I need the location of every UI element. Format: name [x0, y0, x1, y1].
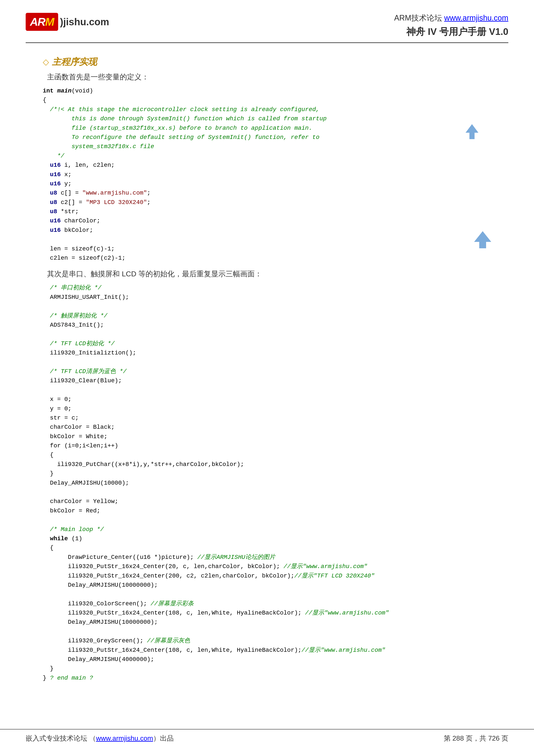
header-site: ARM技术论坛 www.armjishu.com — [394, 13, 508, 23]
code-line: } — [43, 664, 491, 673]
code-line — [43, 386, 491, 395]
code-block-2: /* 串口初始化 */ ARMJISHU_USART_Init(); /* 触摸… — [43, 283, 491, 683]
code-line: u8 c[] = "www.armjishu.com"; — [43, 188, 491, 198]
code-line: bkColor = White; — [43, 432, 491, 441]
code-line: { — [43, 543, 491, 553]
mid-text: 其次是串口、触摸屏和 LCD 等的初始化，最后重复显示三幅画面： — [47, 269, 491, 279]
code-line: charColor = Yellow; — [43, 497, 491, 506]
code-line — [43, 302, 491, 311]
code-line: /* TFT LCD初始化 */ — [43, 339, 491, 348]
logo-m: M — [45, 15, 54, 28]
code-line: /* Main loop */ — [43, 525, 491, 534]
footer-left-text: 嵌入式专业技术论坛 （ — [26, 734, 96, 742]
section-title: ◇ 主程序实现 — [43, 56, 491, 68]
page-container: ARM )jishu.com ARM技术论坛 www.armjishu.com … — [0, 0, 534, 756]
code-line: file (startup_stm32f10x_xx.s) before to … — [43, 123, 491, 133]
code-line: ADS7843_Init(); — [43, 320, 491, 330]
code-line: c2len = sizeof(c2)-1; — [43, 254, 491, 263]
code-line: ARMJISHU_USART_Init(); — [43, 293, 491, 302]
code-line: */ — [43, 151, 491, 161]
svg-marker-1 — [474, 231, 491, 248]
diamond-icon: ◇ — [43, 57, 49, 67]
code-line — [43, 515, 491, 525]
code-line: x = 0; — [43, 395, 491, 404]
footer-right: 第 288 页，共 726 页 — [444, 734, 508, 743]
code-line — [43, 627, 491, 636]
code-line: u16 i, len, c2len; — [43, 161, 491, 170]
logo-box: ARM — [26, 13, 58, 31]
header: ARM )jishu.com ARM技术论坛 www.armjishu.com … — [26, 13, 508, 43]
code-line: y = 0; — [43, 404, 491, 413]
code-line: /* TFT LCD清屏为蓝色 */ — [43, 367, 491, 376]
code-line — [43, 590, 491, 599]
code-line: u16 charColor; — [43, 216, 491, 226]
code-line: ili9320_PutStr_16x24_Center(108, c, len,… — [43, 608, 491, 617]
logo-jishu-text: )jishu.com — [60, 16, 109, 28]
code-line: while (1) — [43, 534, 491, 543]
svg-marker-0 — [466, 124, 478, 139]
arrow-decoration-1 — [466, 124, 478, 139]
code-line — [43, 358, 491, 367]
header-right: ARM技术论坛 www.armjishu.com 神舟 IV 号用户手册 V1.… — [394, 13, 508, 38]
arrow-decoration-2 — [474, 231, 491, 248]
code-line: { — [43, 450, 491, 460]
header-site-label: ARM技术论坛 — [394, 14, 442, 22]
footer: 嵌入式专业技术论坛 （www.armjishu.com）出品 第 288 页，共… — [0, 729, 534, 743]
footer-left: 嵌入式专业技术论坛 （www.armjishu.com）出品 — [26, 734, 174, 743]
code-line: u16 bkColor; — [43, 226, 491, 235]
intro-text: 主函数首先是一些变量的定义： — [47, 72, 491, 82]
code-line: } ? end main ? — [43, 673, 491, 683]
footer-suffix: ）出品 — [153, 734, 174, 742]
code-line: this is done through SystemInit() functi… — [43, 114, 491, 123]
code-line: u16 x; — [43, 170, 491, 179]
logo-arm-text: ARM — [30, 15, 54, 28]
code-line: To reconfigure the default setting of Sy… — [43, 133, 491, 142]
code-line: u8 *str; — [43, 207, 491, 216]
section-title-text: 主程序实现 — [52, 56, 97, 68]
code-line: len = sizeof(c)-1; — [43, 244, 491, 254]
code-line: { — [43, 95, 491, 105]
code-line: ili9320_ColorScreen(); //屏幕显示彩条 — [43, 599, 491, 608]
main-content: ◇ 主程序实现 主函数首先是一些变量的定义： int main(void) { … — [26, 52, 508, 687]
footer-url[interactable]: www.armjishu.com — [96, 734, 153, 742]
code-line: Delay_ARMJISHU(4000000); — [43, 655, 491, 664]
code-line: ili9320_PutStr_16x24_Center(108, c, len,… — [43, 646, 491, 655]
code-line: str = c; — [43, 413, 491, 422]
code-line: u16 y; — [43, 179, 491, 188]
code-line: system_stm32f10x.c file — [43, 142, 491, 151]
code-line: u8 c2[] = "MP3 LCD 320X240"; — [43, 198, 491, 207]
code-line: /*!< At this stage the microcontroller c… — [43, 105, 491, 114]
code-block-1: int main(void) { /*!< At this stage the … — [43, 86, 491, 263]
header-title: 神舟 IV 号用户手册 V1.0 — [394, 25, 508, 38]
code-line: Delay_ARMJISHU(10000000); — [43, 580, 491, 590]
code-line: } — [43, 469, 491, 478]
code-line: ili9320_GreyScreen(); //屏幕显示灰色 — [43, 636, 491, 645]
code-line: /* 触摸屏初始化 */ — [43, 311, 491, 320]
code-line — [43, 235, 491, 244]
code-line: charColor = Black; — [43, 422, 491, 432]
code-line — [43, 488, 491, 497]
header-site-url[interactable]: www.armjishu.com — [444, 14, 508, 22]
code-line: bkColor = Red; — [43, 506, 491, 515]
code-line: Delay_ARMJISHU(10000000); — [43, 617, 491, 627]
code-line: DrawPicture_Center((u16 *)picture); //显示… — [43, 553, 491, 562]
code-line: ili9320_PutStr_16x24_Center(20, c, len,c… — [43, 562, 491, 571]
code-line: int main(void) — [43, 86, 491, 95]
code-line: ili9320_PutChar((x+8*i),y,*str++,charCol… — [43, 460, 491, 469]
code-line: for (i=0;i<len;i++) — [43, 441, 491, 450]
code-line: ili9320_PutStr_16x24_Center(200, c2, c2l… — [43, 571, 491, 580]
code-line: ili9320_Clear(Blue); — [43, 376, 491, 385]
code-line: /* 串口初始化 */ — [43, 283, 491, 292]
code-line: Delay_ARMJISHU(10000); — [43, 478, 491, 488]
code-line: ili9320_Initializtion(); — [43, 348, 491, 358]
code-line — [43, 330, 491, 339]
logo-container: ARM )jishu.com — [26, 13, 109, 31]
